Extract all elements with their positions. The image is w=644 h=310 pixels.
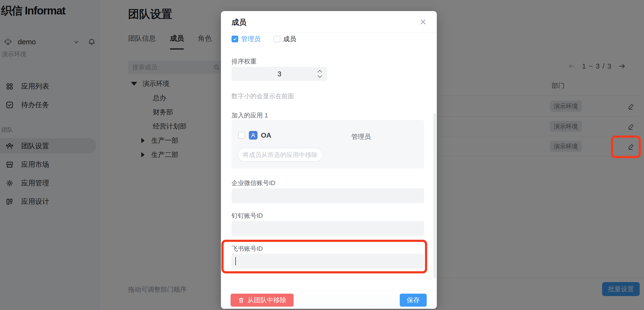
trash-icon: [238, 297, 244, 304]
dingtalk-id-field-wrap: [232, 221, 424, 236]
stepper-buttons: [316, 67, 324, 81]
dingtalk-id-label: 钉钉账号ID: [232, 212, 263, 220]
admin-checkbox[interactable]: [232, 36, 238, 42]
feishu-id-field-wrap: [232, 254, 424, 268]
stepper-up-icon[interactable]: [317, 70, 322, 73]
stepper-down-icon[interactable]: [317, 75, 322, 78]
save-button[interactable]: 保存: [400, 294, 427, 307]
feishu-id-label: 飞书账号ID: [232, 244, 263, 253]
close-icon[interactable]: [419, 18, 427, 26]
app-role: 管理员: [351, 132, 371, 141]
wecom-id-label: 企业微信账号ID: [232, 179, 275, 187]
modal-scrollbar[interactable]: [434, 113, 436, 278]
text-caret: [235, 257, 236, 265]
remove-from-apps-button[interactable]: 将成员从所选的应用中移除: [237, 148, 323, 162]
sort-weight-stepper: [232, 67, 327, 81]
wecom-id-field-wrap: [232, 188, 424, 203]
wecom-id-input[interactable]: [232, 188, 424, 203]
app-row: OA: [238, 131, 272, 140]
member-modal: 成员 管理员 成员 排序权重 数字小的会显示在前面 加入的应用 1: [221, 11, 437, 309]
dingtalk-id-input[interactable]: [232, 221, 424, 236]
member-checkbox-label[interactable]: 成员: [283, 35, 296, 43]
modal-footer: 从团队中移除 保存: [221, 290, 437, 309]
modal-header: 成员: [221, 11, 437, 33]
app-checkbox[interactable]: [238, 132, 245, 139]
admin-checkbox-label[interactable]: 管理员: [241, 35, 261, 43]
role-checkbox-group: 管理员 成员: [232, 35, 296, 43]
sort-weight-hint: 数字小的会显示在前面: [232, 92, 294, 100]
sort-weight-label: 排序权重: [232, 57, 256, 66]
sort-weight-input[interactable]: [232, 67, 327, 81]
joined-app-card: OA 管理员 将成员从所选的应用中移除: [232, 120, 424, 168]
app-name: OA: [261, 132, 272, 139]
remove-from-team-button[interactable]: 从团队中移除: [230, 294, 294, 307]
modal-title: 成员: [232, 17, 246, 28]
screen: 织信 Informat d: [0, 0, 644, 310]
joined-apps-label: 加入的应用 1: [232, 111, 268, 120]
oa-app-icon: [249, 131, 258, 140]
feishu-id-input[interactable]: [232, 254, 424, 268]
member-checkbox[interactable]: [274, 36, 280, 42]
